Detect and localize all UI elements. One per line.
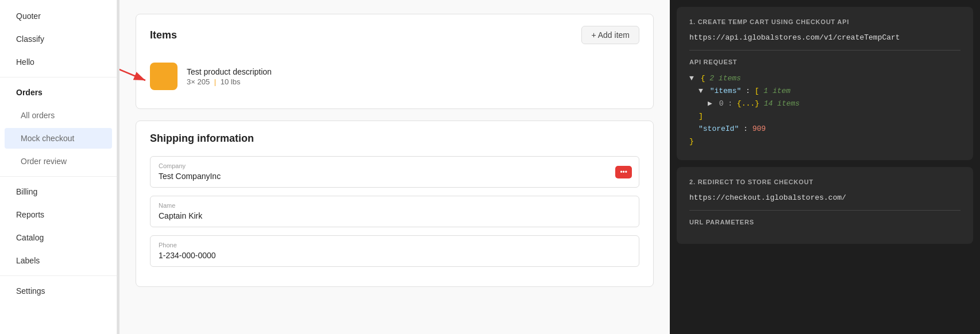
triangle-icon-3[interactable]: ▶ — [708, 98, 712, 110]
code-key-storeid: "storeId" — [699, 125, 739, 133]
company-action-button[interactable]: ••• — [615, 166, 632, 178]
sidebar-divider-1 — [0, 77, 117, 77]
items-header: Items + Add item — [150, 26, 639, 44]
sidebar-item-all-orders[interactable]: All orders — [5, 105, 112, 126]
api-divider-1 — [689, 50, 960, 51]
product-row: Test product description 3× 205 | 10 lbs — [150, 56, 639, 97]
shipping-title: Shipping information — [150, 133, 639, 145]
product-meta: 3× 205 | 10 lbs — [187, 77, 272, 86]
triangle-icon-1[interactable]: ▼ — [689, 72, 694, 85]
sidebar-item-quoter[interactable]: Quoter — [5, 6, 112, 26]
sidebar-item-classify[interactable]: Classify — [5, 29, 112, 49]
code-bracket-obj: {...} — [737, 99, 759, 108]
code-comment-2: 1 item — [763, 87, 790, 95]
product-thumbnail — [150, 63, 178, 90]
api-step-2-title: 2. REDIRECT TO STORE CHECKOUT — [689, 178, 960, 185]
sidebar-item-labels[interactable]: Labels — [5, 250, 112, 271]
product-quantity: 3× — [187, 77, 195, 86]
ellipsis-icon: ••• — [620, 168, 627, 176]
sidebar-item-order-review[interactable]: Order review — [5, 151, 112, 172]
sidebar-item-orders: Orders — [5, 82, 112, 103]
product-weight-value: 205 — [197, 77, 210, 86]
product-weight-unit: 10 lbs — [221, 77, 241, 86]
product-info: Test product description 3× 205 | 10 lbs — [187, 67, 272, 86]
phone-field[interactable]: Phone 1-234-000-0000 — [150, 235, 639, 267]
code-bracket-arr-close: ] — [699, 112, 703, 121]
product-separator: | — [214, 77, 218, 86]
triangle-icon-2[interactable]: ▼ — [699, 85, 703, 98]
code-line-4: ] — [699, 110, 960, 123]
sidebar-item-billing[interactable]: Billing — [5, 181, 112, 202]
sidebar-item-mock-checkout[interactable]: Mock checkout — [5, 128, 112, 149]
api-step-1-url: https://api.iglobalstores.com/v1/createT… — [689, 33, 960, 42]
code-line-3: ▶ 0 : {...} 14 items — [708, 98, 960, 110]
code-line-6: } — [689, 135, 960, 148]
code-colon-1: : — [746, 87, 755, 95]
code-colon-2: : — [743, 125, 753, 133]
items-section: Items + Add item Test product descriptio… — [136, 14, 654, 109]
arrow-annotation-icon — [119, 61, 150, 84]
sidebar-item-hello[interactable]: Hello — [5, 52, 112, 72]
sidebar-divider-2 — [0, 176, 117, 177]
sidebar-divider-3 — [0, 275, 117, 276]
code-comment-3: 14 items — [764, 99, 800, 108]
code-bracket-arr: [ — [755, 87, 759, 95]
name-label: Name — [159, 202, 631, 209]
code-comment-1: 2 items — [709, 74, 741, 83]
right-panel: 1. CREATE TEMP CART USING CHECKOUT API h… — [670, 0, 980, 334]
product-name: Test product description — [187, 67, 272, 76]
company-value: Test CompanyInc — [159, 172, 221, 181]
items-title: Items — [150, 29, 177, 41]
api-divider-2 — [689, 210, 960, 211]
name-value: Captain Kirk — [159, 211, 202, 220]
api-card-1: 1. CREATE TEMP CART USING CHECKOUT API h… — [677, 7, 973, 160]
code-line-1: ▼ { 2 items — [689, 72, 960, 85]
code-bracket-open: { — [701, 74, 705, 83]
svg-line-1 — [119, 64, 145, 80]
api-step-2-url: https://checkout.iglobalstores.com/ — [689, 193, 960, 202]
code-block-1: ▼ { 2 items ▼ "items" : [ 1 item ▶ 0 : {… — [689, 72, 960, 149]
add-item-button[interactable]: + Add item — [581, 26, 639, 44]
sidebar-item-settings[interactable]: Settings — [5, 281, 112, 301]
code-bracket-close: } — [689, 137, 694, 146]
api-step-1-title: 1. CREATE TEMP CART USING CHECKOUT API — [689, 18, 960, 25]
code-line-5: "storeId" : 909 — [699, 123, 960, 135]
shipping-section: Shipping information Company Test Compan… — [136, 121, 654, 287]
company-field[interactable]: Company Test CompanyInc ••• — [150, 156, 639, 188]
code-key-items: "items" — [710, 87, 742, 95]
company-label: Company — [159, 162, 631, 169]
api-request-title-2: URL PARAMETERS — [689, 219, 960, 226]
sidebar-item-catalog[interactable]: Catalog — [5, 227, 112, 248]
main-content: Items + Add item Test product descriptio… — [119, 0, 670, 334]
api-request-title-1: API REQUEST — [689, 59, 960, 65]
name-field[interactable]: Name Captain Kirk — [150, 196, 639, 227]
sidebar-item-reports[interactable]: Reports — [5, 204, 112, 225]
code-line-2: ▼ "items" : [ 1 item — [699, 85, 960, 98]
code-val-storeid: 909 — [753, 125, 766, 133]
api-card-2: 2. REDIRECT TO STORE CHECKOUT https://ch… — [677, 167, 973, 244]
code-index: 0 : — [719, 99, 737, 108]
phone-value: 1-234-000-0000 — [159, 251, 216, 260]
sidebar: Quoter Classify Hello Orders All orders … — [0, 0, 117, 334]
phone-label: Phone — [159, 242, 631, 248]
